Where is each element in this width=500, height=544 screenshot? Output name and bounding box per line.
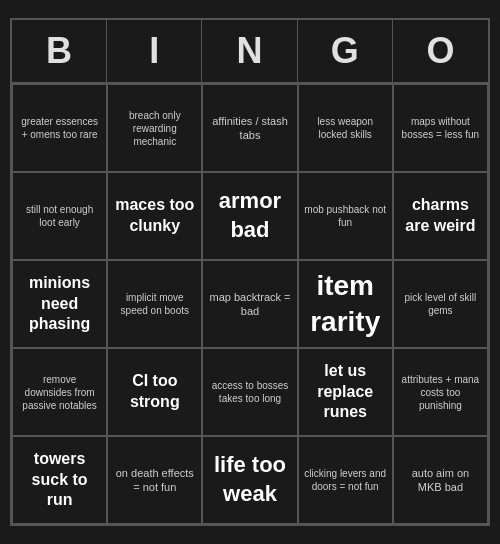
bingo-cell-8: mob pushback not fun <box>298 172 393 260</box>
bingo-cell-5: still not enough loot early <box>12 172 107 260</box>
bingo-cell-4: maps without bosses = less fun <box>393 84 488 172</box>
bingo-cell-24: auto aim on MKB bad <box>393 436 488 524</box>
bingo-cell-7: armor bad <box>202 172 297 260</box>
bingo-cell-15: remove downsides from passive notables <box>12 348 107 436</box>
bingo-cell-20: towers suck to run <box>12 436 107 524</box>
bingo-card: B I N G O greater essences + omens too r… <box>10 18 490 526</box>
bingo-grid: greater essences + omens too rarebreach … <box>12 84 488 524</box>
bingo-cell-1: breach only rewarding mechanic <box>107 84 202 172</box>
bingo-cell-10: minions need phasing <box>12 260 107 348</box>
header-b: B <box>12 20 107 82</box>
bingo-cell-19: attributes + mana costs too punishing <box>393 348 488 436</box>
bingo-cell-3: less weapon locked skills <box>298 84 393 172</box>
bingo-cell-9: charms are weird <box>393 172 488 260</box>
header-i: I <box>107 20 202 82</box>
bingo-cell-18: let us replace runes <box>298 348 393 436</box>
bingo-cell-22: life too weak <box>202 436 297 524</box>
bingo-cell-16: CI too strong <box>107 348 202 436</box>
bingo-cell-23: clicking levers and doors = not fun <box>298 436 393 524</box>
bingo-cell-13: item rarity <box>298 260 393 348</box>
bingo-cell-6: maces too clunky <box>107 172 202 260</box>
header-g: G <box>298 20 393 82</box>
header-n: N <box>202 20 297 82</box>
bingo-header: B I N G O <box>12 20 488 84</box>
bingo-cell-12: map backtrack = bad <box>202 260 297 348</box>
bingo-cell-0: greater essences + omens too rare <box>12 84 107 172</box>
bingo-cell-14: pick level of skill gems <box>393 260 488 348</box>
bingo-cell-21: on death effects = not fun <box>107 436 202 524</box>
bingo-cell-17: access to bosses takes too long <box>202 348 297 436</box>
bingo-cell-2: affinities / stash tabs <box>202 84 297 172</box>
header-o: O <box>393 20 488 82</box>
bingo-cell-11: implicit move speed on boots <box>107 260 202 348</box>
